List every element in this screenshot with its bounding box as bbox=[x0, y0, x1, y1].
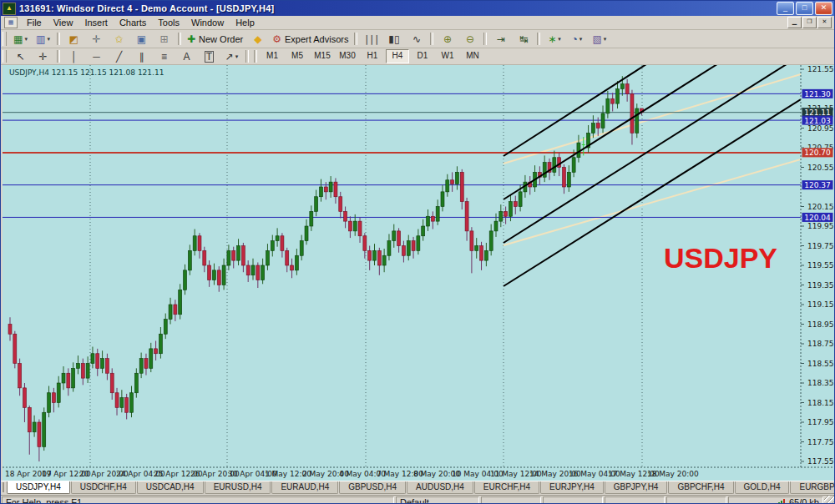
equidistant-channel-icon: ∥ bbox=[139, 52, 144, 62]
tool-expert-advisors-button[interactable]: ⚙Expert Advisors bbox=[270, 31, 351, 47]
candle-body bbox=[630, 93, 634, 133]
close-button[interactable]: ✕ bbox=[815, 2, 832, 15]
candle-body bbox=[261, 265, 265, 280]
menu-item-charts[interactable]: Charts bbox=[114, 17, 152, 28]
tool-new-chart-button[interactable]: ▦▾ bbox=[10, 31, 31, 47]
tool-data-window-button[interactable]: ✛ bbox=[86, 31, 107, 47]
market-watch-icon: ◩ bbox=[69, 34, 78, 44]
candle-body bbox=[295, 255, 298, 270]
periods-list-icon: ◔ bbox=[572, 34, 578, 44]
menu-item-insert[interactable]: Insert bbox=[78, 17, 114, 28]
price-tick-label: 117.95 bbox=[807, 418, 834, 426]
candle-body bbox=[251, 265, 255, 275]
candle-body bbox=[417, 236, 420, 251]
candle-body bbox=[291, 265, 294, 270]
timeframe-h1-button[interactable]: H1 bbox=[361, 49, 384, 63]
menu-item-view[interactable]: View bbox=[48, 17, 79, 28]
tool-profiles-button[interactable]: ▥▾ bbox=[33, 31, 53, 47]
timeframe-w1-button[interactable]: W1 bbox=[436, 49, 459, 63]
timeframe-m30-button[interactable]: M30 bbox=[336, 49, 359, 63]
candle-body bbox=[397, 231, 401, 246]
timeframe-m1-button[interactable]: M1 bbox=[261, 49, 284, 63]
chart-svg[interactable]: USDJPYUSDJPY,H4 121.15 121.15 121.08 121… bbox=[1, 65, 835, 481]
price-tick-label: 118.35 bbox=[807, 379, 834, 387]
chart-tab-usdcad[interactable]: USDCAD,H4 bbox=[137, 481, 204, 494]
candle-body bbox=[212, 270, 215, 280]
draw-fibonacci-button[interactable]: ≡ bbox=[154, 48, 175, 64]
draw-vertical-line-button[interactable]: │ bbox=[63, 48, 84, 64]
chart-tab-eurgbp[interactable]: EURGBP,H4 bbox=[790, 481, 835, 494]
menu-item-help[interactable]: Help bbox=[230, 17, 261, 28]
chevron-down-icon: ▾ bbox=[24, 36, 28, 43]
draw-horizontal-line-button[interactable]: ─ bbox=[86, 48, 107, 64]
timeframe-m15-button[interactable]: M15 bbox=[311, 49, 334, 63]
vertical-line-icon: │ bbox=[71, 52, 78, 62]
status-profile[interactable]: Default bbox=[396, 496, 479, 504]
draw-text-label-button[interactable]: T bbox=[199, 48, 220, 64]
tool-zoom-in-button[interactable]: ⊕ bbox=[437, 31, 458, 47]
candle-body bbox=[266, 250, 269, 265]
timeframe-mn-button[interactable]: MN bbox=[461, 49, 484, 63]
tool-metaeditor-button[interactable]: ◆ bbox=[247, 31, 268, 47]
timeframe-h4-button[interactable]: H4 bbox=[386, 49, 409, 63]
draw-trendline-button[interactable]: ╱ bbox=[109, 48, 129, 64]
candle-body bbox=[305, 226, 308, 241]
draw-arrows-button[interactable]: ↗▾ bbox=[221, 48, 242, 64]
candle-body bbox=[319, 187, 322, 197]
tool-zoom-out-button[interactable]: ⊖ bbox=[459, 31, 480, 47]
candle-body bbox=[13, 334, 17, 363]
maximize-button[interactable]: □ bbox=[796, 2, 813, 15]
candle-body bbox=[382, 255, 386, 265]
menu-item-window[interactable]: Window bbox=[185, 17, 230, 28]
chart-tab-eurjpy[interactable]: EURJPY,H4 bbox=[540, 481, 604, 494]
tool-strategy-tester-button[interactable]: ⊞ bbox=[154, 31, 175, 47]
chart-tab-eurusd[interactable]: EURUSD,H4 bbox=[205, 481, 271, 494]
mdi-minimize-button[interactable]: ▁ bbox=[787, 17, 802, 28]
tool-indicators-list-button[interactable]: ∗▾ bbox=[544, 31, 564, 47]
time-axis[interactable]: 18 Apr 200719 Apr 12:0020 Apr 20:0024 Ap… bbox=[5, 470, 699, 478]
window-resize-grip[interactable] bbox=[824, 496, 834, 504]
candle-body bbox=[494, 221, 498, 231]
tool-terminal-button[interactable]: ▣ bbox=[131, 31, 152, 47]
menu-items: FileViewInsertChartsToolsWindowHelp bbox=[21, 17, 261, 28]
chevron-down-icon: ▾ bbox=[579, 36, 583, 43]
tool-candle-chart-button[interactable]: ▮▯ bbox=[383, 31, 404, 47]
candle-body bbox=[48, 393, 51, 413]
mdi-restore-button[interactable]: ❐ bbox=[802, 17, 817, 28]
tool-new-order-button[interactable]: ✚New Order bbox=[185, 31, 245, 47]
chart-area: USDJPYUSDJPY,H4 121.15 121.15 121.08 121… bbox=[1, 65, 835, 481]
candle-body bbox=[310, 211, 313, 226]
chart-tab-gold[interactable]: GOLD,H4 bbox=[735, 481, 790, 494]
draw-crosshair-button[interactable]: ✛ bbox=[33, 48, 53, 64]
chart-tab-gbpusd[interactable]: GBPUSD,H4 bbox=[339, 481, 406, 494]
draw-equidistant-channel-button[interactable]: ∥ bbox=[131, 48, 152, 64]
chart-tab-gbpjpy[interactable]: GBPJPY,H4 bbox=[605, 481, 668, 494]
tool-bar-chart-button[interactable]: ∣∣∣ bbox=[361, 31, 382, 47]
menu-item-tools[interactable]: Tools bbox=[152, 17, 185, 28]
tool-periods-list-button[interactable]: ◔▾ bbox=[566, 31, 587, 47]
chart-tab-gbpchf[interactable]: GBPCHF,H4 bbox=[668, 481, 733, 494]
minimize-button[interactable]: _ bbox=[777, 2, 794, 15]
candle-body bbox=[281, 236, 284, 251]
candle-body bbox=[232, 250, 235, 260]
draw-text-button[interactable]: A bbox=[176, 48, 197, 64]
chart-tab-euraud[interactable]: EURAUD,H4 bbox=[271, 481, 338, 494]
chart-tab-usdchf[interactable]: USDCHF,H4 bbox=[71, 481, 136, 494]
timeframe-d1-button[interactable]: D1 bbox=[411, 49, 434, 63]
tool-navigator-button[interactable]: ✩ bbox=[109, 31, 129, 47]
chart-tab-usdjpy[interactable]: USDJPY,H4 bbox=[7, 481, 70, 494]
chart-tab-eurchf[interactable]: EURCHF,H4 bbox=[474, 481, 539, 494]
menu-item-file[interactable]: File bbox=[21, 17, 48, 28]
timeframe-m5-button[interactable]: M5 bbox=[286, 49, 309, 63]
tool-line-chart-button[interactable]: ∿ bbox=[406, 31, 427, 47]
candle-body bbox=[8, 325, 12, 335]
tool-market-watch-button[interactable]: ◩ bbox=[63, 31, 84, 47]
candle-body bbox=[198, 236, 201, 251]
draw-cursor-button[interactable]: ↖ bbox=[10, 48, 31, 64]
tool-templates-list-button[interactable]: ▧▾ bbox=[589, 31, 610, 47]
chart-tab-audusd[interactable]: AUDUSD,H4 bbox=[407, 481, 473, 494]
tool-chart-shift-button[interactable]: ↹ bbox=[513, 31, 534, 47]
price-tick-label: 120.55 bbox=[807, 164, 834, 172]
tool-auto-scroll-button[interactable]: ⇥ bbox=[490, 31, 511, 47]
mdi-close-button[interactable]: ✕ bbox=[817, 17, 832, 28]
